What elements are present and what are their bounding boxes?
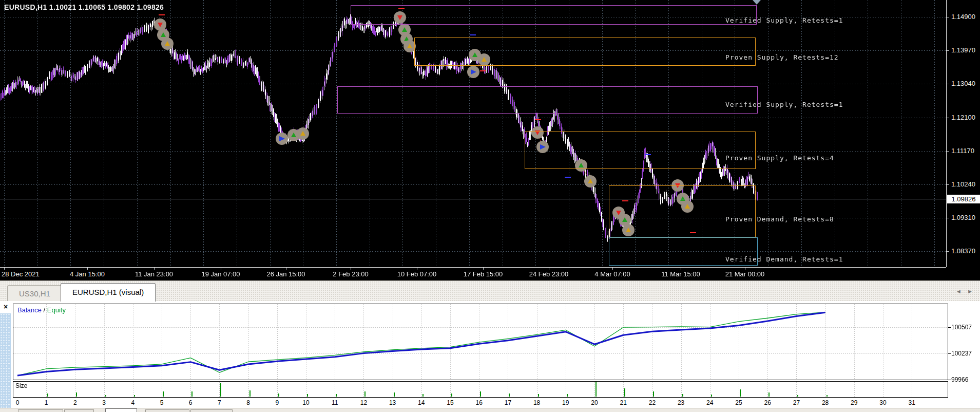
price-axis[interactable]: 1.149001.139701.130401.121001.111701.102… [947,0,980,267]
price-chart[interactable]: Verified Supply, Retests=1Proven Supply,… [0,0,980,280]
size-bar [595,382,597,397]
price-axis-label: 1.10240 [951,180,975,188]
chart-position-marker-icon[interactable] [753,0,761,5]
time-axis-tick [87,268,88,270]
balance-chart[interactable]: Balance / Equity [13,304,948,380]
balance-axis-tick [948,380,951,380]
time-axis-tick [681,268,681,270]
size-bar [278,394,279,397]
legend-separator: / [42,306,47,314]
balance-axis-label: 100507 [951,324,972,331]
time-axis-label: 11 Jan 23:00 [135,270,173,278]
time-axis-label: 11 Mar 15:00 [661,270,700,278]
metatrader-window: Verified Supply, Retests=1Proven Supply,… [0,0,980,412]
price-axis-label: 1.13970 [951,46,975,54]
size-bars [13,382,948,397]
trade-number-label: 2 [73,399,77,406]
time-axis-label: 17 Feb 15:00 [464,270,503,278]
trade-number-label: 18 [533,399,540,406]
time-axis-label: 28 Dec 2021 [2,270,40,278]
trade-number-label: 21 [620,399,627,406]
trade-number-label: 8 [246,399,250,406]
trade-number-label: 0 [16,399,20,406]
time-axis[interactable]: 28 Dec 20214 Jan 15:0011 Jan 23:0019 Jan… [0,268,980,280]
time-axis-label: 2 Feb 23:00 [333,270,368,278]
time-axis-tick [286,268,286,270]
chart-tab[interactable]: US30,H1 [7,285,62,301]
trade-number-label: 14 [418,399,425,406]
trade-number-label: 13 [389,399,396,406]
size-bar [682,394,683,397]
size-bar [451,394,452,397]
size-bar [394,392,395,397]
size-bar [740,389,741,397]
time-axis-tick [483,268,484,270]
size-bar [47,394,48,397]
price-axis-label: 1.13040 [951,80,975,87]
trade-number-label: 5 [160,399,164,406]
time-axis-tick [612,268,613,270]
time-axis-tick [221,268,221,270]
size-bar [422,394,424,397]
trade-number-axis: 0123456789101112131415161718192021222324… [13,398,948,408]
price-axis-label: 1.09310 [951,214,975,221]
legend-balance: Balance [17,306,42,314]
size-bar [336,394,337,397]
tester-tab-partial[interactable] [18,409,63,412]
current-price-label: 1.09826 [947,195,980,203]
trade-number-label: 20 [591,399,598,406]
trade-number-label: 27 [793,399,800,406]
trade-number-label: 19 [562,399,569,406]
tab-scroll-right-icon[interactable]: ► [967,288,973,294]
trade-number-label: 31 [909,399,915,406]
zone-label: Proven Supply, Retests=12 [725,53,839,61]
zone-label: Proven Demand, Retests=8 [725,215,834,223]
tab-scroll-left-icon[interactable]: ◄ [956,288,962,294]
supply-demand-zone-box [414,38,756,66]
price-axis-tick [947,84,949,84]
size-bar [220,383,221,397]
size-bar [249,390,251,397]
legend-equity: Equity [47,306,66,314]
zone-label: Proven Supply, Retests=4 [725,154,834,162]
size-bar [827,395,828,397]
price-axis-tick [947,184,949,185]
balance-axis-label: 99966 [951,376,968,383]
supply-demand-zone-box [609,185,756,237]
balance-axis-tick [948,327,951,328]
tester-tab-partial[interactable] [190,409,233,412]
trade-number-label: 30 [879,399,886,406]
time-axis-label: 24 Feb 23:00 [529,270,569,278]
tester-panel: × ster Balance / Equity 1005071002379996… [0,301,980,412]
time-axis-label: 26 Jan 15:00 [266,270,305,278]
trade-number-label: 24 [706,399,713,406]
ohlc-header: EURUSD,H1 1.10021 1.10065 1.09802 1.0982… [4,3,164,11]
size-bar [364,391,366,397]
tester-tab-partial[interactable] [145,409,189,412]
time-axis-tick [417,268,417,270]
zone-label: Verified Demand, Retests=1 [725,255,843,263]
size-bar [538,394,539,397]
tester-sidebar[interactable]: ster [0,313,11,412]
trade-number-label: 7 [218,399,221,406]
supply-demand-zone-box [525,132,756,169]
time-axis-tick [4,268,5,270]
chart-tab[interactable]: EURUSD,H1 (visual) [61,283,156,302]
size-chart[interactable]: Size [13,381,948,398]
price-axis-tick [947,251,949,252]
trade-number-label: 3 [102,399,106,406]
trade-number-label: 26 [764,399,771,406]
tester-tab-partial[interactable] [105,408,137,412]
balance-axis-tick [948,353,951,354]
size-bar [191,391,193,397]
close-icon[interactable]: × [2,303,10,311]
trade-number-label: 6 [189,399,193,406]
size-bar [768,392,770,397]
tester-tab-partial[interactable] [64,409,94,412]
zone-label: Verified Supply, Retests=1 [725,16,843,24]
trade-number-label: 11 [332,399,338,406]
trade-number-label: 12 [360,399,367,406]
size-bar [480,391,481,397]
size-bar [624,388,625,397]
price-axis-label: 1.08370 [951,247,975,255]
